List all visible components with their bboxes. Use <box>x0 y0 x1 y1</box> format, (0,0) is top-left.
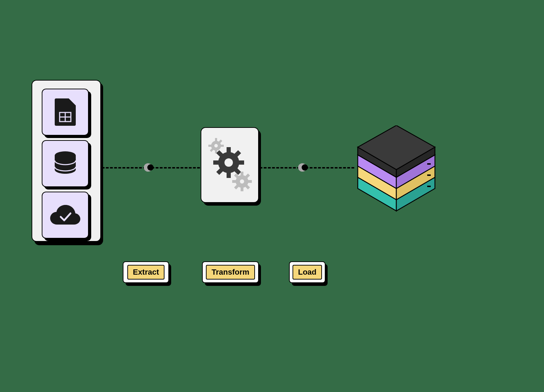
source-tile-spreadsheet <box>42 89 89 136</box>
svg-rect-16 <box>238 160 244 165</box>
transform-panel <box>201 127 259 203</box>
svg-rect-24 <box>241 187 243 191</box>
svg-rect-25 <box>232 180 236 183</box>
svg-rect-15 <box>213 160 220 165</box>
svg-point-21 <box>224 158 233 167</box>
svg-rect-5 <box>215 138 217 142</box>
cloud-check-icon <box>49 204 81 226</box>
label-load-text: Load <box>293 265 322 280</box>
source-tile-cloud <box>42 192 89 239</box>
svg-rect-41 <box>427 163 431 165</box>
svg-rect-35 <box>427 186 431 187</box>
label-transform: Transform <box>202 261 259 283</box>
svg-rect-13 <box>227 147 231 153</box>
svg-rect-8 <box>220 145 224 147</box>
label-load: Load <box>289 261 325 283</box>
database-icon <box>52 151 78 177</box>
svg-rect-26 <box>248 180 252 183</box>
svg-point-31 <box>240 179 244 184</box>
source-tile-database <box>42 140 89 187</box>
svg-rect-7 <box>208 145 212 147</box>
spreadsheet-file-icon <box>55 98 76 126</box>
svg-point-11 <box>214 144 218 147</box>
label-extract-text: Extract <box>127 265 165 280</box>
svg-rect-38 <box>427 174 431 176</box>
server-stack-icon <box>351 125 442 216</box>
label-transform-text: Transform <box>206 265 255 280</box>
svg-rect-23 <box>241 172 243 176</box>
gears-icon <box>207 135 253 195</box>
svg-rect-14 <box>227 172 231 178</box>
label-extract: Extract <box>123 261 169 283</box>
